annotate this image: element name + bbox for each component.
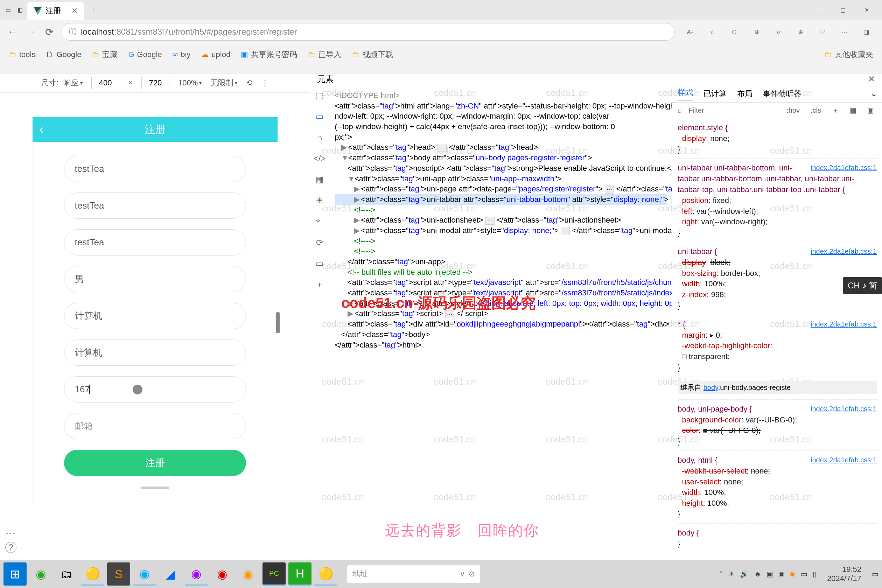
new-tab-button[interactable]: ＋ xyxy=(87,4,99,16)
bookmark-treasure[interactable]: 🗀宝藏 xyxy=(92,50,118,60)
rotate-icon[interactable]: ⟲ xyxy=(246,78,252,87)
close-window-button[interactable]: ✕ xyxy=(862,5,872,15)
tray-weather-icon[interactable]: ☀ xyxy=(728,570,735,578)
tab-computed[interactable]: 已计算 xyxy=(704,88,727,99)
tab-layout[interactable]: 布局 xyxy=(737,88,753,99)
network-icon[interactable]: ᯤ xyxy=(314,216,325,227)
form-field-height[interactable]: 167 xyxy=(64,376,246,402)
maximize-button[interactable]: ▢ xyxy=(838,5,848,15)
bookmark-txy[interactable]: ∞txy xyxy=(172,50,191,59)
tray-sound-icon[interactable]: 🔊 xyxy=(740,570,748,578)
form-field-2[interactable]: testTea xyxy=(64,192,246,219)
tb-chrome[interactable]: 🟡 xyxy=(81,562,104,585)
tab-listeners[interactable]: 事件侦听器 xyxy=(763,88,801,99)
app-icon[interactable]: ▦ xyxy=(314,174,325,185)
styles-body[interactable]: element.style { display: none;}index.2da… xyxy=(672,118,882,561)
tray-tool1-icon[interactable]: ▣ xyxy=(766,570,773,578)
close-tab-icon[interactable]: ✕ xyxy=(71,6,78,15)
devtools-close-icon[interactable]: ✕ xyxy=(868,74,875,84)
width-input[interactable] xyxy=(92,76,119,89)
device-more-icon[interactable]: ⋮ xyxy=(261,78,269,87)
tray-tool2-icon[interactable]: ◉ xyxy=(778,570,784,578)
copilot-icon[interactable]: ◨ xyxy=(862,27,872,37)
url-field[interactable]: ⓘ localhost:8081/ssm83l7u/front/h5/#/pag… xyxy=(62,23,675,40)
sidebar-toggle-icon[interactable]: ◧ xyxy=(15,5,24,14)
bookmark-share[interactable]: ▣共享账号密码 xyxy=(241,50,297,60)
filter-input[interactable] xyxy=(687,105,778,116)
zoom-select[interactable]: 100%▾ xyxy=(178,78,202,87)
site-info-icon[interactable]: ⓘ xyxy=(69,27,76,37)
favorite-icon[interactable]: ☆ xyxy=(707,27,717,37)
tb-music[interactable]: ◉ xyxy=(211,562,234,585)
elements-panel[interactable]: <!DOCTYPE html><attr">class="tag">html a… xyxy=(329,85,672,574)
more-tools-icon[interactable]: ⋯ xyxy=(5,527,17,539)
bookmark-tools[interactable]: 🗀tools xyxy=(9,50,35,59)
app-back-icon[interactable]: ‹ xyxy=(39,122,44,137)
hov-button[interactable]: :hov xyxy=(784,106,802,115)
new-rule-icon[interactable]: ＋ xyxy=(829,105,842,116)
bookmark-uplod[interactable]: ☁uplod xyxy=(201,50,230,59)
bookmark-imported[interactable]: 🗀已导入 xyxy=(308,50,341,60)
welcome-icon[interactable]: ⌂ xyxy=(314,132,325,143)
tb-hbuilder[interactable]: H xyxy=(288,562,312,585)
ime-indicator[interactable]: CH ♪ 简 xyxy=(843,277,882,294)
tb-edge[interactable]: ◉ xyxy=(133,562,156,585)
tb-sublime[interactable]: S xyxy=(107,562,130,585)
help-icon[interactable]: ? xyxy=(5,542,16,553)
bookmark-google2[interactable]: GGoogle xyxy=(128,50,162,59)
tb-pycharm[interactable]: PC xyxy=(262,562,286,585)
flex-icon[interactable]: ▦ xyxy=(847,105,859,115)
register-button[interactable]: 注册 xyxy=(64,450,246,476)
taskbar-search[interactable]: 地址 ∨ ⊘ xyxy=(347,565,480,583)
bookmark-video[interactable]: 🗀视频下载 xyxy=(352,50,393,60)
tb-app2[interactable]: ◉ xyxy=(185,562,208,585)
collections-icon[interactable]: ⧉ xyxy=(752,27,761,37)
sources-icon[interactable]: </> xyxy=(314,153,325,164)
minimize-button[interactable]: — xyxy=(814,5,824,15)
form-field-major1[interactable]: 计算机 xyxy=(64,303,246,329)
throttle-select[interactable]: 无限制▾ xyxy=(210,78,237,88)
tray-battery-icon[interactable]: ▯ xyxy=(813,570,816,578)
tabs-menu-icon[interactable]: ▭ xyxy=(3,5,13,14)
extensions-icon[interactable]: ⬡ xyxy=(729,27,739,37)
performance-icon[interactable]: ⟳ xyxy=(314,237,325,248)
tb-browser1[interactable]: ◉ xyxy=(29,562,52,585)
form-field-3[interactable]: testTea xyxy=(64,229,246,255)
form-field-email[interactable]: 邮箱 xyxy=(64,413,246,439)
styles-expand-icon[interactable]: ⌄ xyxy=(870,89,877,98)
add-tool-icon[interactable]: ＋ xyxy=(314,279,325,290)
resize-handle[interactable] xyxy=(276,312,280,333)
responsive-label[interactable]: 尺寸: 响应▾ xyxy=(41,78,82,88)
tb-explorer[interactable]: 🗂 xyxy=(55,562,78,585)
back-button[interactable]: ← xyxy=(7,26,18,38)
taskbar-clock[interactable]: 19:52 2024/7/17 xyxy=(822,565,867,584)
tab-styles[interactable]: 样式 xyxy=(678,87,693,100)
reload-button[interactable]: ⟳ xyxy=(44,26,55,38)
tray-face-icon[interactable]: ☻ xyxy=(754,570,761,578)
form-field-gender[interactable]: 男 xyxy=(64,266,246,292)
memory-icon[interactable]: ☀ xyxy=(314,195,325,206)
tray-orange-icon[interactable]: ◉ xyxy=(790,570,795,578)
prefs-icon[interactable]: ▣ xyxy=(864,105,877,115)
start-button[interactable]: ⊞ xyxy=(3,562,27,585)
form-field-1[interactable]: testTea xyxy=(64,156,246,182)
tray-notif-icon[interactable]: ▭ xyxy=(801,570,807,578)
cls-button[interactable]: .cls xyxy=(808,106,824,115)
tray-up-icon[interactable]: ˄ xyxy=(720,570,723,578)
tab-elements[interactable]: 元素 xyxy=(317,74,334,85)
drag-handle[interactable] xyxy=(141,486,169,489)
tb-chrome2[interactable]: 🟡 xyxy=(314,562,338,585)
performance-icon[interactable]: ♡ xyxy=(818,27,827,37)
tray-action-icon[interactable]: ▭ xyxy=(872,570,879,578)
inspect-icon[interactable]: ⬚ xyxy=(314,90,325,101)
bookmark-other[interactable]: 🗀其他收藏夹 xyxy=(824,50,873,60)
tb-app1[interactable]: ◢ xyxy=(159,562,182,585)
device-icon[interactable]: ▭ xyxy=(314,111,325,122)
tb-app3[interactable]: ◉ xyxy=(237,562,260,585)
storage-icon[interactable]: ▭ xyxy=(314,258,325,269)
browser-tab[interactable]: 注册 ✕ xyxy=(27,2,84,20)
favorites-bar-icon[interactable]: ✩ xyxy=(774,27,783,37)
form-field-major2[interactable]: 计算机 xyxy=(64,339,246,366)
bookmark-google[interactable]: 🗋Google xyxy=(46,50,81,59)
downloads-icon[interactable]: ⊕ xyxy=(795,27,806,37)
